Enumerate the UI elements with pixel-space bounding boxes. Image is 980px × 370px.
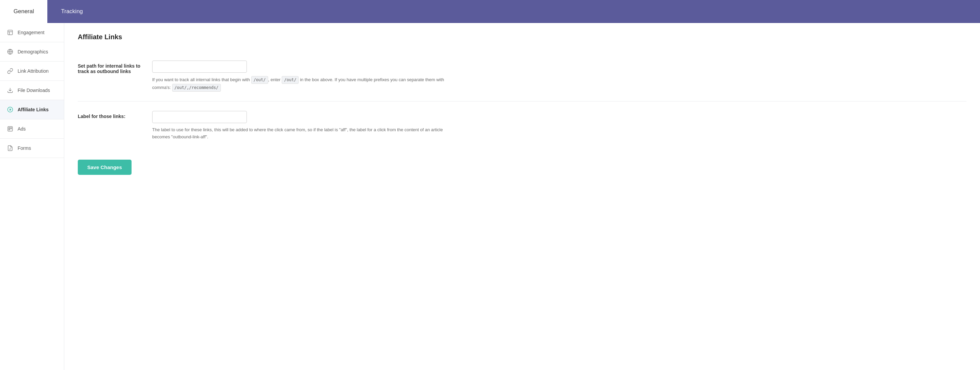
sidebar-item-engagement[interactable]: Engagement [0,23,64,42]
sidebar-label-engagement: Engagement [18,30,44,35]
sidebar-item-demographics[interactable]: Demographics [0,42,64,62]
svg-rect-10 [11,128,11,129]
ads-icon [7,126,14,132]
top-tabs: General Tracking [0,0,980,23]
save-changes-button[interactable]: Save Changes [78,159,132,175]
sidebar-item-file-downloads[interactable]: File Downloads [0,81,64,100]
sidebar-label-link-attribution: Link Attribution [18,68,49,74]
label-hint: The label to use for these links, this w… [152,126,457,141]
forms-icon [7,145,14,152]
path-label: Set path for internal links to track as … [78,61,152,74]
hint-code-2: /out/ [282,76,299,84]
link-icon [7,68,14,74]
path-field-wrap: If you want to track all internal links … [152,61,966,92]
path-input[interactable] [152,61,247,73]
sidebar-item-ads[interactable]: Ads [0,120,64,139]
sidebar-label-forms: Forms [18,145,31,151]
globe-icon [7,48,14,55]
sidebar-label-affiliate-links: Affiliate Links [18,107,49,112]
svg-rect-8 [8,126,13,131]
sidebar-item-link-attribution[interactable]: Link Attribution [0,62,64,81]
main-layout: Engagement Demographics Link Attribution [0,23,980,370]
svg-rect-9 [9,128,10,130]
hint-code-3: /out/,/recommends/ [172,84,221,92]
tab-general[interactable]: General [0,0,47,23]
sidebar-label-ads: Ads [18,126,26,132]
page-title: Affiliate Links [78,33,966,41]
sidebar-label-file-downloads: File Downloads [18,88,50,93]
tab-fill [96,0,980,23]
download-icon [7,87,14,94]
affiliate-links-section: Set path for internal links to track as … [78,51,966,150]
hint-code-1: /out/ [251,76,268,84]
sidebar: Engagement Demographics Link Attribution [0,23,64,370]
label-form-row: Label for those links: The label to use … [78,102,966,150]
path-hint: If you want to track all internal links … [152,76,457,92]
sidebar-item-affiliate-links[interactable]: Affiliate Links [0,100,64,120]
content-area: Affiliate Links Set path for internal li… [64,23,980,370]
label-input[interactable] [152,111,247,123]
label-field-wrap: The label to use for these links, this w… [152,111,966,141]
svg-rect-0 [8,30,13,35]
sidebar-label-demographics: Demographics [18,49,48,54]
sidebar-item-forms[interactable]: Forms [0,139,64,158]
path-form-row: Set path for internal links to track as … [78,51,966,102]
tab-tracking[interactable]: Tracking [47,0,96,23]
chart-icon [7,29,14,36]
dollar-icon [7,106,14,113]
label-label: Label for those links: [78,111,152,119]
